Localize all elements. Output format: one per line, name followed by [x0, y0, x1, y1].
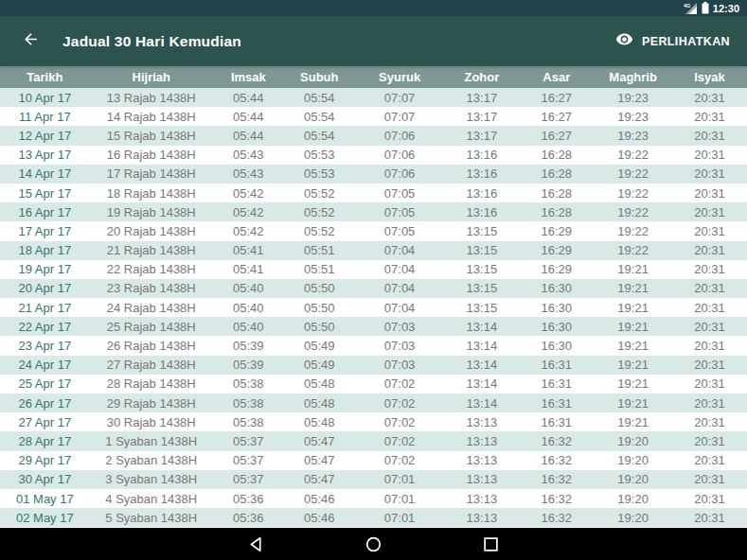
cell-tarikh: 12 Apr 17 [0, 126, 90, 145]
cell-syuruk: 07:05 [355, 221, 445, 240]
status-bar: 4G 12:30 [0, 0, 747, 16]
cell-syuruk: 07:03 [355, 336, 445, 355]
cell-subuh: 05:47 [284, 451, 355, 470]
cell-subuh: 05:47 [284, 470, 355, 489]
cell-subuh: 05:50 [284, 279, 355, 298]
table-row[interactable]: 20 Apr 1723 Rajab 1438H05:4005:5007:0413… [0, 279, 747, 298]
cell-asar: 16:32 [519, 489, 594, 508]
cell-syuruk: 07:04 [355, 260, 445, 279]
prayer-times-table: TarikhHijriahImsakSubuhSyurukZohorAsarMa… [0, 66, 747, 527]
cell-isyak: 20:31 [672, 412, 747, 431]
nav-recents-button[interactable] [483, 536, 499, 552]
cell-hijriah: 27 Rajab 1438H [90, 356, 213, 375]
cell-imsak: 05:38 [213, 375, 284, 394]
table-row[interactable]: 14 Apr 1717 Rajab 1438H05:4305:5307:0613… [0, 165, 747, 184]
column-header-subuh: Subuh [284, 66, 355, 88]
cell-isyak: 20:31 [672, 317, 747, 336]
cell-hijriah: 5 Syaban 1438H [90, 508, 213, 527]
cell-asar: 16:31 [519, 412, 594, 431]
cell-tarikh: 22 Apr 17 [0, 317, 90, 336]
nav-home-button[interactable] [365, 536, 382, 552]
table-row[interactable]: 01 May 174 Syaban 1438H05:3605:4607:0113… [0, 489, 747, 508]
table-row[interactable]: 13 Apr 1716 Rajab 1438H05:4305:5307:0613… [0, 146, 747, 165]
cell-asar: 16:28 [519, 146, 594, 165]
cell-maghrib: 19:21 [594, 375, 672, 394]
column-header-zohor: Zohor [444, 66, 519, 88]
cell-syuruk: 07:01 [355, 489, 445, 508]
cell-imsak: 05:39 [213, 356, 284, 375]
cell-zohor: 13:15 [444, 260, 519, 279]
cell-asar: 16:30 [519, 279, 594, 298]
cell-imsak: 05:36 [213, 489, 284, 508]
cell-asar: 16:29 [519, 241, 594, 260]
cell-isyak: 20:31 [672, 508, 747, 527]
perlihatkan-button[interactable]: PERLIHATKAN [615, 30, 730, 52]
table-row[interactable]: 27 Apr 1730 Rajab 1438H05:3805:4807:0213… [0, 412, 747, 431]
cell-asar: 16:29 [519, 260, 594, 279]
cell-asar: 16:31 [519, 356, 594, 375]
table-row[interactable]: 22 Apr 1725 Rajab 1438H05:4005:5007:0313… [0, 317, 747, 336]
column-header-isyak: Isyak [672, 66, 747, 88]
cell-imsak: 05:37 [213, 431, 284, 450]
cell-hijriah: 2 Syaban 1438H [90, 451, 213, 470]
cell-tarikh: 16 Apr 17 [0, 202, 90, 221]
table-row[interactable]: 19 Apr 1722 Rajab 1438H05:4105:5107:0413… [0, 260, 747, 279]
table-row[interactable]: 28 Apr 171 Syaban 1438H05:3705:4707:0213… [0, 431, 747, 450]
cell-isyak: 20:31 [672, 394, 747, 412]
table-row[interactable]: 15 Apr 1718 Rajab 1438H05:4205:5207:0513… [0, 184, 747, 202]
cell-asar: 16:32 [519, 470, 594, 489]
table-row[interactable]: 11 Apr 1714 Rajab 1438H05:4405:5407:0713… [0, 107, 747, 126]
cell-subuh: 05:52 [284, 202, 355, 221]
cell-imsak: 05:42 [213, 184, 284, 202]
cell-zohor: 13:16 [444, 146, 519, 165]
table-row[interactable]: 23 Apr 1726 Rajab 1438H05:3905:4907:0313… [0, 336, 747, 355]
cell-zohor: 13:13 [444, 431, 519, 450]
cell-hijriah: 3 Syaban 1438H [90, 470, 213, 489]
cell-tarikh: 29 Apr 17 [0, 451, 90, 470]
cell-hijriah: 4 Syaban 1438H [90, 489, 213, 508]
table-row[interactable]: 25 Apr 1728 Rajab 1438H05:3805:4807:0213… [0, 375, 747, 394]
cell-subuh: 05:50 [284, 317, 355, 336]
cell-maghrib: 19:23 [594, 88, 672, 107]
cell-subuh: 05:48 [284, 412, 355, 431]
perlihatkan-label: PERLIHATKAN [642, 35, 730, 48]
cell-imsak: 05:36 [213, 508, 284, 527]
cell-subuh: 05:47 [284, 431, 355, 450]
cell-zohor: 13:13 [444, 508, 519, 527]
svg-text:4G: 4G [684, 3, 690, 9]
cell-syuruk: 07:07 [355, 107, 445, 126]
cell-hijriah: 26 Rajab 1438H [90, 336, 213, 355]
cell-asar: 16:32 [519, 508, 594, 527]
cell-subuh: 05:46 [284, 489, 355, 508]
nav-back-button[interactable] [248, 536, 264, 552]
cell-zohor: 13:16 [444, 202, 519, 221]
cell-imsak: 05:37 [213, 470, 284, 489]
cell-asar: 16:28 [519, 165, 594, 184]
table-row[interactable]: 17 Apr 1720 Rajab 1438H05:4205:5207:0513… [0, 221, 747, 240]
table-row[interactable]: 16 Apr 1719 Rajab 1438H05:4205:5207:0513… [0, 202, 747, 221]
table-row[interactable]: 26 Apr 1729 Rajab 1438H05:3805:4807:0213… [0, 394, 747, 412]
table-row[interactable]: 30 Apr 173 Syaban 1438H05:3705:4707:0113… [0, 470, 747, 489]
table-row[interactable]: 21 Apr 1724 Rajab 1438H05:4005:5007:0413… [0, 298, 747, 317]
back-button[interactable] [19, 30, 42, 53]
column-header-tarikh: Tarikh [0, 66, 90, 88]
table-row[interactable]: 18 Apr 1721 Rajab 1438H05:4105:5107:0413… [0, 241, 747, 260]
cell-isyak: 20:31 [672, 356, 747, 375]
app-bar: Jadual 30 Hari Kemudian PERLIHATKAN [0, 16, 747, 66]
cell-subuh: 05:49 [284, 336, 355, 355]
cell-tarikh: 18 Apr 17 [0, 241, 90, 260]
cell-asar: 16:28 [519, 202, 594, 221]
table-row[interactable]: 10 Apr 1713 Rajab 1438H05:4405:5407:0713… [0, 88, 747, 107]
cell-subuh: 05:48 [284, 375, 355, 394]
cell-maghrib: 19:22 [594, 241, 672, 260]
table-row[interactable]: 02 May 175 Syaban 1438H05:3605:4607:0113… [0, 508, 747, 527]
cell-tarikh: 15 Apr 17 [0, 184, 90, 202]
cell-asar: 16:29 [519, 221, 594, 240]
cell-hijriah: 17 Rajab 1438H [90, 165, 213, 184]
table-row[interactable]: 29 Apr 172 Syaban 1438H05:3705:4707:0213… [0, 451, 747, 470]
cell-maghrib: 19:22 [594, 146, 672, 165]
table-row[interactable]: 24 Apr 1727 Rajab 1438H05:3905:4907:0313… [0, 356, 747, 375]
battery-icon [702, 2, 709, 14]
cell-syuruk: 07:01 [355, 508, 445, 527]
table-row[interactable]: 12 Apr 1715 Rajab 1438H05:4405:5407:0613… [0, 126, 747, 145]
